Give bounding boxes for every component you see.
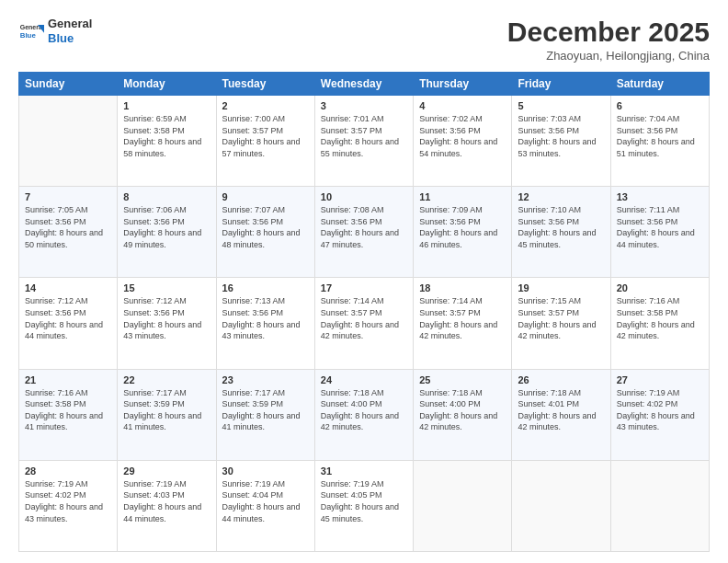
table-row: 20 Sunrise: 7:16 AMSunset: 3:58 PMDaylig… [610, 278, 709, 369]
day-info: Sunrise: 7:14 AMSunset: 3:57 PMDaylight:… [321, 296, 399, 340]
day-info: Sunrise: 7:18 AMSunset: 4:00 PMDaylight:… [419, 388, 497, 432]
day-info: Sunrise: 7:15 AMSunset: 3:57 PMDaylight:… [518, 296, 596, 340]
table-row [512, 460, 610, 551]
table-row: 28 Sunrise: 7:19 AMSunset: 4:02 PMDaylig… [19, 460, 118, 551]
day-info: Sunrise: 7:12 AMSunset: 3:56 PMDaylight:… [25, 296, 103, 340]
table-row: 6 Sunrise: 7:04 AMSunset: 3:56 PMDayligh… [610, 96, 709, 187]
title-block: December 2025 Zhaoyuan, Heilongjiang, Ch… [507, 17, 710, 63]
day-number: 22 [123, 374, 210, 385]
day-number: 18 [419, 282, 506, 293]
day-info: Sunrise: 7:05 AMSunset: 3:56 PMDaylight:… [25, 205, 103, 249]
day-info: Sunrise: 7:17 AMSunset: 3:59 PMDaylight:… [222, 388, 301, 432]
table-row: 26 Sunrise: 7:18 AMSunset: 4:01 PMDaylig… [512, 369, 610, 460]
header-sunday: Sunday [19, 73, 118, 96]
day-info: Sunrise: 7:16 AMSunset: 3:58 PMDaylight:… [617, 296, 695, 340]
day-number: 14 [25, 282, 111, 293]
table-row: 12 Sunrise: 7:10 AMSunset: 3:56 PMDaylig… [512, 187, 610, 278]
calendar-week-row: 21 Sunrise: 7:16 AMSunset: 3:58 PMDaylig… [19, 369, 710, 460]
day-info: Sunrise: 7:17 AMSunset: 3:59 PMDaylight:… [123, 388, 201, 432]
day-info: Sunrise: 7:03 AMSunset: 3:56 PMDaylight:… [518, 114, 596, 158]
page-header: General Blue General Blue December 2025 … [18, 17, 710, 63]
table-row: 8 Sunrise: 7:06 AMSunset: 3:56 PMDayligh… [118, 187, 216, 278]
month-title: December 2025 [507, 17, 710, 47]
day-info: Sunrise: 7:00 AMSunset: 3:57 PMDaylight:… [222, 114, 301, 158]
day-number: 7 [25, 191, 111, 202]
logo-text: General Blue [48, 17, 92, 45]
header-saturday: Saturday [610, 73, 709, 96]
day-number: 1 [123, 100, 210, 111]
day-number: 25 [419, 374, 506, 385]
table-row: 30 Sunrise: 7:19 AMSunset: 4:04 PMDaylig… [216, 460, 314, 551]
table-row: 31 Sunrise: 7:19 AMSunset: 4:05 PMDaylig… [314, 460, 413, 551]
day-info: Sunrise: 7:11 AMSunset: 3:56 PMDaylight:… [617, 205, 695, 249]
calendar-page: General Blue General Blue December 2025 … [0, 0, 728, 563]
day-number: 16 [222, 282, 309, 293]
table-row: 3 Sunrise: 7:01 AMSunset: 3:57 PMDayligh… [314, 96, 413, 187]
calendar-week-row: 28 Sunrise: 7:19 AMSunset: 4:02 PMDaylig… [19, 460, 710, 551]
day-info: Sunrise: 7:04 AMSunset: 3:56 PMDaylight:… [617, 114, 695, 158]
day-number: 20 [617, 282, 703, 293]
day-info: Sunrise: 7:12 AMSunset: 3:56 PMDaylight:… [123, 296, 201, 340]
day-info: Sunrise: 7:19 AMSunset: 4:02 PMDaylight:… [617, 388, 695, 432]
calendar-week-row: 1 Sunrise: 6:59 AMSunset: 3:58 PMDayligh… [19, 96, 710, 187]
table-row: 19 Sunrise: 7:15 AMSunset: 3:57 PMDaylig… [512, 278, 610, 369]
day-number: 27 [617, 374, 703, 385]
day-number: 10 [321, 191, 407, 202]
day-number: 26 [518, 374, 604, 385]
table-row [19, 96, 118, 187]
table-row: 15 Sunrise: 7:12 AMSunset: 3:56 PMDaylig… [118, 278, 216, 369]
header-tuesday: Tuesday [216, 73, 314, 96]
day-info: Sunrise: 6:59 AMSunset: 3:58 PMDaylight:… [123, 114, 201, 158]
header-friday: Friday [512, 73, 610, 96]
table-row: 9 Sunrise: 7:07 AMSunset: 3:56 PMDayligh… [216, 187, 314, 278]
table-row: 29 Sunrise: 7:19 AMSunset: 4:03 PMDaylig… [118, 460, 216, 551]
day-number: 6 [617, 100, 703, 111]
table-row: 24 Sunrise: 7:18 AMSunset: 4:00 PMDaylig… [314, 369, 413, 460]
table-row: 21 Sunrise: 7:16 AMSunset: 3:58 PMDaylig… [19, 369, 118, 460]
day-number: 28 [25, 465, 111, 477]
table-row: 23 Sunrise: 7:17 AMSunset: 3:59 PMDaylig… [216, 369, 314, 460]
day-number: 13 [617, 191, 703, 202]
table-row: 27 Sunrise: 7:19 AMSunset: 4:02 PMDaylig… [610, 369, 709, 460]
table-row: 13 Sunrise: 7:11 AMSunset: 3:56 PMDaylig… [610, 187, 709, 278]
table-row: 18 Sunrise: 7:14 AMSunset: 3:57 PMDaylig… [414, 278, 512, 369]
day-info: Sunrise: 7:13 AMSunset: 3:56 PMDaylight:… [222, 296, 301, 340]
table-row: 17 Sunrise: 7:14 AMSunset: 3:57 PMDaylig… [314, 278, 413, 369]
day-info: Sunrise: 7:16 AMSunset: 3:58 PMDaylight:… [25, 388, 103, 432]
header-wednesday: Wednesday [314, 73, 413, 96]
day-number: 17 [321, 282, 407, 293]
table-row: 4 Sunrise: 7:02 AMSunset: 3:56 PMDayligh… [414, 96, 512, 187]
table-row [414, 460, 512, 551]
day-number: 8 [123, 191, 210, 202]
weekday-header-row: Sunday Monday Tuesday Wednesday Thursday… [19, 73, 710, 96]
day-number: 30 [222, 465, 309, 477]
header-monday: Monday [118, 73, 216, 96]
day-info: Sunrise: 7:06 AMSunset: 3:56 PMDaylight:… [123, 205, 201, 249]
logo: General Blue General Blue [18, 17, 92, 45]
day-info: Sunrise: 7:19 AMSunset: 4:04 PMDaylight:… [222, 479, 301, 523]
day-info: Sunrise: 7:19 AMSunset: 4:03 PMDaylight:… [123, 479, 201, 523]
day-number: 21 [25, 374, 111, 385]
day-info: Sunrise: 7:02 AMSunset: 3:56 PMDaylight:… [419, 114, 497, 158]
day-number: 23 [222, 374, 309, 385]
day-info: Sunrise: 7:08 AMSunset: 3:56 PMDaylight:… [321, 205, 399, 249]
calendar-week-row: 7 Sunrise: 7:05 AMSunset: 3:56 PMDayligh… [19, 187, 710, 278]
table-row: 16 Sunrise: 7:13 AMSunset: 3:56 PMDaylig… [216, 278, 314, 369]
day-number: 19 [518, 282, 604, 293]
table-row: 25 Sunrise: 7:18 AMSunset: 4:00 PMDaylig… [414, 369, 512, 460]
table-row: 5 Sunrise: 7:03 AMSunset: 3:56 PMDayligh… [512, 96, 610, 187]
day-number: 11 [419, 191, 506, 202]
table-row: 14 Sunrise: 7:12 AMSunset: 3:56 PMDaylig… [19, 278, 118, 369]
table-row: 11 Sunrise: 7:09 AMSunset: 3:56 PMDaylig… [414, 187, 512, 278]
day-number: 5 [518, 100, 604, 111]
table-row: 7 Sunrise: 7:05 AMSunset: 3:56 PMDayligh… [19, 187, 118, 278]
logo-icon: General Blue [18, 18, 44, 44]
day-info: Sunrise: 7:01 AMSunset: 3:57 PMDaylight:… [321, 114, 399, 158]
header-thursday: Thursday [414, 73, 512, 96]
day-number: 12 [518, 191, 604, 202]
day-info: Sunrise: 7:14 AMSunset: 3:57 PMDaylight:… [419, 296, 497, 340]
table-row: 2 Sunrise: 7:00 AMSunset: 3:57 PMDayligh… [216, 96, 314, 187]
location-subtitle: Zhaoyuan, Heilongjiang, China [507, 49, 710, 63]
day-number: 31 [321, 465, 407, 477]
calendar-week-row: 14 Sunrise: 7:12 AMSunset: 3:56 PMDaylig… [19, 278, 710, 369]
